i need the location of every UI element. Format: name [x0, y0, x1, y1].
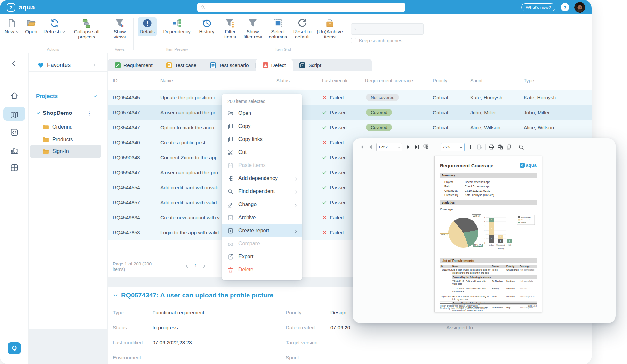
collapse-panel-icon[interactable]	[10, 60, 18, 67]
zoom-selector[interactable]: 75%	[441, 143, 465, 151]
tab-defect[interactable]: Defect	[256, 59, 293, 71]
menu-item-change[interactable]: Change	[222, 198, 302, 211]
svg-text:Not covered: Not covered	[521, 219, 529, 221]
ribbon-item-refresh[interactable]: Refresh	[41, 17, 67, 36]
ribbon-item-un-archive-items[interactable]: (Un)Archive items	[314, 17, 346, 41]
summary-row: ProjectCheckExpenses app	[444, 180, 537, 184]
w-last-icon[interactable]	[414, 144, 420, 150]
ribbon-item-reset-to-default[interactable]: Reset to default	[290, 17, 314, 41]
cell-type: Alice, Willson	[524, 125, 592, 130]
menu-item-add-dependency[interactable]: Add dependency	[222, 172, 302, 185]
w-zoom-icon[interactable]	[518, 144, 524, 150]
menu-item-open[interactable]: Open	[222, 107, 302, 120]
ribbon-item-details[interactable]: Details	[138, 17, 157, 36]
zoom-level: 75%	[443, 145, 450, 149]
chevron-down-icon[interactable]	[93, 94, 98, 99]
ribbon-item-show-views[interactable]: Show views	[109, 17, 130, 41]
menu-item-archive[interactable]: Archive	[222, 211, 302, 224]
cell-id: RQ4544857	[113, 200, 160, 205]
w-prev-icon[interactable]	[367, 144, 373, 150]
ribbon-item-new[interactable]: New	[2, 17, 21, 36]
projects-header[interactable]: Projects	[29, 90, 107, 102]
tab-label: Requirement	[123, 62, 153, 68]
w-plus-icon[interactable]	[468, 144, 474, 150]
rail-item-modules[interactable]	[10, 163, 19, 172]
ribbon-item-history[interactable]: History	[197, 17, 216, 36]
ribbon-item-open[interactable]: Open	[23, 17, 39, 36]
summary-row: PathCheckExpenses app	[444, 184, 537, 189]
column-header-priority[interactable]: Priority ↓	[433, 78, 470, 83]
chevron-down-icon[interactable]	[36, 111, 40, 115]
w-layout-icon[interactable]	[423, 144, 429, 150]
doc-cell	[440, 286, 452, 294]
w-next-icon[interactable]	[405, 144, 411, 150]
context-menu: 200 items selected OpenCopyCopy linksCut…	[222, 94, 302, 280]
menu-item-delete[interactable]: Delete	[222, 263, 302, 276]
ribbon-item-select-columns[interactable]: Select columns	[265, 17, 290, 41]
keep-search-queries-checkbox[interactable]	[351, 38, 356, 43]
page-number[interactable]: 1	[193, 263, 198, 269]
column-header-type[interactable]: Type	[524, 78, 592, 83]
column-header-sprint[interactable]: Sprint	[470, 78, 524, 83]
prev-page-icon[interactable]	[185, 264, 189, 268]
tree-node-shopdemo[interactable]: ShopDemo⋮	[30, 107, 101, 120]
chevron-right-icon[interactable]	[92, 63, 97, 67]
table-row[interactable]: RQ0574347A user can upload the prPassedC…	[108, 105, 592, 120]
column-header-id[interactable]: ID	[113, 78, 160, 83]
menu-item-copy[interactable]: Copy	[222, 120, 302, 133]
global-search-input[interactable]	[208, 5, 402, 10]
ribbon-item-dependency[interactable]: Dependency	[161, 17, 192, 36]
w-print-page-icon[interactable]	[497, 144, 503, 150]
w-first-icon[interactable]	[359, 144, 364, 150]
ribbon-item-collapse-all-projects[interactable]: Collapse all projects	[70, 17, 104, 41]
tree-node-products[interactable]: Products	[30, 133, 101, 146]
column-header-status[interactable]: Status	[276, 78, 322, 83]
rail-item-home[interactable]	[10, 91, 19, 100]
rail-item-stats[interactable]	[10, 146, 19, 155]
menu-item-find-dependent[interactable]: Find dependent	[222, 185, 302, 198]
next-page-icon[interactable]	[202, 264, 206, 268]
cell-priority: Critical	[433, 125, 470, 130]
w-print-icon[interactable]	[489, 144, 494, 150]
table-row[interactable]: RQ0544345Update the job position iNewFai…	[108, 90, 592, 105]
tab-test-scenario[interactable]: Test scenario	[203, 59, 255, 71]
query-search-box[interactable]	[351, 23, 424, 35]
tree-node-ordering[interactable]: Ordering	[30, 120, 101, 133]
column-header-last-executi[interactable]: Last executi...	[322, 78, 365, 83]
w-full-icon[interactable]	[527, 144, 533, 150]
whats-new-button[interactable]: What's new?	[521, 3, 555, 11]
coverage-chart-label: Coverage	[440, 208, 537, 211]
menu-item-copy-links[interactable]: Copy links	[222, 133, 302, 146]
tree-node-sign-in[interactable]: Sign-In	[30, 145, 101, 158]
defect-icon	[263, 62, 268, 68]
rail-item-code-box[interactable]	[10, 128, 19, 137]
kebab-menu-icon[interactable]: ⋮	[87, 110, 92, 116]
rail-item-map[interactable]	[10, 111, 19, 119]
detail-title[interactable]: RQ0574347: A user can upload the profile…	[113, 292, 273, 299]
user-avatar[interactable]	[574, 2, 585, 13]
detail-field-value: 07.09.2022,23:23	[153, 340, 192, 346]
folder-icon	[42, 149, 49, 154]
tab-test-case[interactable]: Test case	[159, 59, 203, 71]
global-search[interactable]	[197, 3, 405, 12]
favorites-header[interactable]: Favorites	[29, 59, 107, 71]
page-selector[interactable]: 1 of 2	[376, 143, 402, 151]
ribbon-item-filter-items[interactable]: Filter items	[221, 17, 240, 41]
column-header-requirement-coverage[interactable]: Requirement coverage	[365, 78, 433, 83]
help-button[interactable]: ?	[561, 3, 569, 11]
menu-item-export[interactable]: Export	[222, 250, 302, 263]
chevron-down-icon[interactable]	[419, 27, 421, 31]
w-copy-icon[interactable]	[506, 144, 512, 150]
query-search-input[interactable]	[358, 26, 417, 32]
cell-id: RQ9544340	[113, 140, 160, 145]
ribbon-group-actions: New OpenRefresh Collapse all projectsAct…	[0, 14, 106, 53]
ribbon-item-show-filter-row[interactable]: Show filter row	[240, 17, 266, 41]
project-panel: Favorites Projects ShopDemo⋮OrderingProd…	[29, 53, 108, 364]
w-minus-icon[interactable]	[432, 144, 438, 150]
column-header-name[interactable]: Name	[160, 78, 276, 83]
tab-script[interactable]: Script	[293, 59, 328, 71]
tab-requirement[interactable]: Requirement	[108, 59, 159, 71]
menu-item-cut[interactable]: Cut	[222, 146, 302, 159]
table-row[interactable]: RQ8544347Option to mark the accoPassedCo…	[108, 120, 592, 135]
menu-item-create-report[interactable]: Create report	[222, 224, 302, 237]
